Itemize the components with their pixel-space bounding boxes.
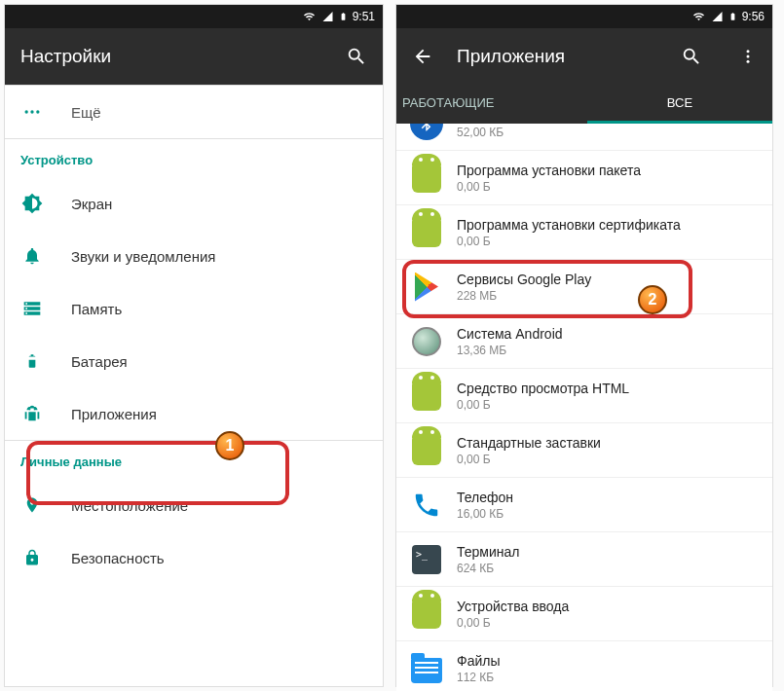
location-icon [20,493,44,517]
android-icon [410,598,443,631]
signal-icon [711,11,724,22]
overflow-button[interactable] [739,46,757,67]
page-title: Приложения [457,46,565,67]
status-bar: 9:51 [5,5,383,28]
wifi-icon [691,11,706,22]
more-item[interactable]: Ещё [5,86,383,138]
callout-badge-1: 1 [215,431,244,460]
app-row-terminal[interactable]: >_ Терминал 624 КБ [396,532,772,587]
app-row-htmlviewer[interactable]: Средство просмотра HTML 0,00 Б [396,369,772,423]
back-icon [412,46,433,67]
app-size: 16,00 КБ [457,507,513,521]
app-name: Устройства ввода [457,599,569,614]
app-size: 52,00 КБ [457,126,599,139]
app-bar: Настройки [5,28,383,85]
lock-icon [20,546,44,569]
svg-point-5 [747,60,750,63]
app-row-bluetooth[interactable]: Передача по Bluetooth 52,00 КБ [396,124,772,151]
settings-screen: 9:51 Настройки Ещё Устройство Экран [4,4,384,687]
app-name: Сервисы Google Play [457,272,591,287]
app-row-files[interactable]: Файлы 112 КБ [396,641,772,691]
wifi-icon [302,11,317,22]
search-icon [681,46,702,67]
svg-point-3 [747,50,750,53]
memory-label: Память [71,301,122,317]
personal-section-header: Личные данные [5,441,383,479]
battery-icon [339,10,348,23]
phone-icon [410,489,443,522]
search-button[interactable] [346,46,367,67]
tab-all[interactable]: ВСЕ [587,85,772,124]
app-row-pkginstaller[interactable]: Программа установки пакета 0,00 Б [396,151,772,205]
search-button[interactable] [681,46,702,67]
security-label: Безопасность [71,550,165,566]
app-row-certinstaller[interactable]: Программа установки сертификата 0,00 Б [396,205,772,260]
app-name: Телефон [457,490,513,505]
svg-point-0 [25,110,28,113]
svg-point-4 [747,55,750,58]
app-name: Программа установки пакета [457,163,641,178]
app-size: 0,00 Б [457,180,641,194]
android-icon [410,380,443,413]
app-size: 228 МБ [457,289,591,303]
location-label: Местоположение [71,497,188,514]
app-size: 624 КБ [457,562,519,575]
android-icon [410,162,443,195]
app-row-play-services[interactable]: Сервисы Google Play 228 МБ [396,260,772,314]
signal-icon [321,11,334,22]
apps-list[interactable]: Передача по Bluetooth 52,00 КБ Программа… [396,124,772,691]
svg-point-2 [36,110,39,113]
callout-badge-2: 2 [638,285,667,314]
app-name: Стандартные заставки [457,435,601,451]
svg-point-1 [30,110,33,113]
app-name: Система Android [457,326,563,342]
more-label: Ещё [71,104,101,121]
app-name: Терминал [457,544,519,560]
app-row-input[interactable]: Устройства ввода 0,00 Б [396,587,772,641]
app-name: Программа установки сертификата [457,217,681,233]
app-size: 0,00 Б [457,398,629,412]
clock-text: 9:56 [742,10,765,23]
settings-list: Ещё Устройство Экран Звуки и уведомления… [5,85,383,584]
app-size: 0,00 Б [457,453,601,466]
device-section-header: Устройство [5,139,383,177]
display-item[interactable]: Экран [5,177,383,230]
bluetooth-icon [410,124,443,140]
bell-icon [20,244,44,268]
more-icon [20,100,44,124]
status-bar: 9:56 [396,5,772,28]
apps-screen: 9:56 Приложения РАБОТАЮЩИЕ ВСЕ Передача … [395,4,773,687]
app-bar: Приложения [396,28,772,85]
app-row-system[interactable]: Система Android 13,36 МБ [396,314,772,369]
app-name: Средство просмотра HTML [457,381,629,396]
battery-label: Батарея [71,353,128,370]
display-icon [20,192,44,215]
sound-item[interactable]: Звуки и уведомления [5,230,383,282]
display-label: Экран [71,196,112,212]
tab-running[interactable]: РАБОТАЮЩИЕ [396,85,587,124]
play-services-icon [410,271,443,304]
system-icon [410,325,443,358]
app-row-wallpapers[interactable]: Стандартные заставки 0,00 Б [396,423,772,478]
battery-item[interactable]: Батарея [5,335,383,387]
storage-icon [20,297,44,320]
page-title: Настройки [20,46,111,67]
security-item[interactable]: Безопасность [5,531,383,584]
memory-item[interactable]: Память [5,282,383,335]
overflow-icon [739,46,757,67]
app-name: Файлы [457,653,500,669]
tabs: РАБОТАЮЩИЕ ВСЕ [396,85,772,124]
sound-label: Звуки и уведомления [71,248,215,265]
location-item[interactable]: Местоположение [5,479,383,531]
battery-icon [728,10,737,23]
android-icon [410,216,443,249]
apps-icon [20,402,44,425]
back-button[interactable] [412,46,433,67]
app-row-phone[interactable]: Телефон 16,00 КБ [396,478,772,532]
app-size: 0,00 Б [457,616,569,630]
battery-settings-icon [20,349,44,373]
apps-item[interactable]: Приложения [5,387,383,440]
app-size: 112 КБ [457,671,500,684]
android-icon [410,434,443,467]
files-icon [410,652,443,685]
